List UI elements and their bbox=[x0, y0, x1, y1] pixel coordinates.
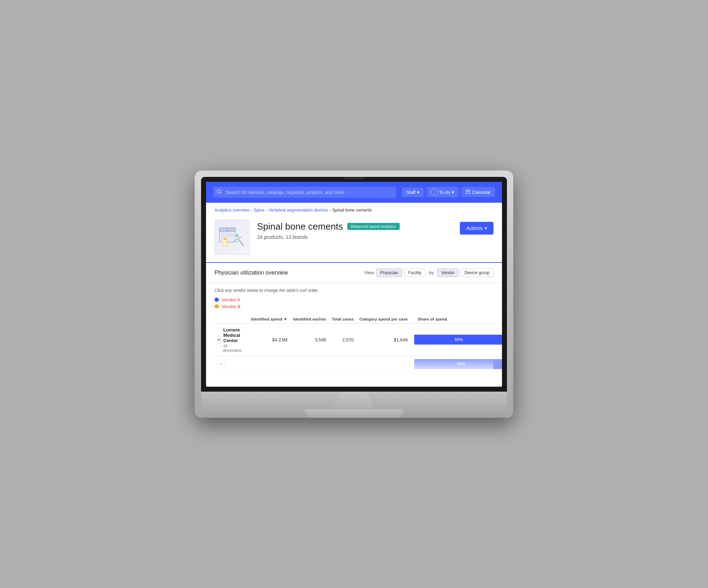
calendar-button[interactable]: Calendar bbox=[462, 187, 495, 197]
facility-name-1: Lumere Medical Center bbox=[223, 327, 246, 343]
utilization-header: Physician utilization overview View Phys… bbox=[206, 263, 502, 283]
view-vendor-button[interactable]: Vendor bbox=[437, 269, 458, 277]
product-header: Rx bbox=[206, 216, 502, 263]
breadcrumb-analytics[interactable]: Analytics overview bbox=[215, 208, 250, 213]
spend-bar-a-2: 95% bbox=[414, 359, 502, 369]
col-cases: Total cases bbox=[329, 315, 356, 324]
eaches-cell-2 bbox=[290, 356, 329, 372]
svg-rect-12 bbox=[223, 239, 227, 246]
vendor-a-dot bbox=[215, 298, 219, 302]
staff-button[interactable]: Staff ▾ bbox=[402, 188, 424, 197]
breadcrumb-area: Analytics overview › Spine › Vertebral a… bbox=[206, 203, 502, 216]
svg-point-11 bbox=[236, 234, 238, 237]
chevron-right-icon: ▸ bbox=[220, 362, 222, 366]
view-controls: View Physician Facility by Vendor Device… bbox=[364, 269, 493, 277]
table-section: Click any vendor below to change the tab… bbox=[206, 283, 502, 377]
breadcrumb: Analytics overview › Spine › Vertebral a… bbox=[215, 208, 493, 213]
product-title: Spinal bone cements bbox=[257, 221, 343, 232]
col-spend[interactable]: Identified spend ▼ bbox=[248, 315, 290, 324]
vendor-a-name: Vendor A bbox=[222, 297, 240, 302]
staff-chevron-icon: ▾ bbox=[417, 190, 419, 195]
view-device-group-button[interactable]: Device group bbox=[461, 269, 493, 277]
calendar-label: Calendar bbox=[472, 190, 491, 195]
table-row-partial: ▸ bbox=[215, 356, 502, 372]
advanced-spend-analytics-badge[interactable]: Advanced spend analytics bbox=[347, 223, 400, 230]
actions-button[interactable]: Actions ▾ bbox=[460, 222, 493, 235]
svg-text:Rx: Rx bbox=[226, 229, 229, 231]
product-subtitle: 24 products, 13 brands bbox=[257, 234, 493, 240]
expand-row-button[interactable]: ▾ bbox=[217, 336, 221, 344]
view-physician-button[interactable]: Physician bbox=[376, 269, 402, 277]
facility-cell-2: ▸ bbox=[215, 356, 248, 372]
data-table: Identified spend ▼ Identified eaches Tot… bbox=[215, 315, 502, 372]
share-cell-2: 95% bbox=[411, 356, 502, 372]
spend-bar-a-label-2: 95% bbox=[457, 362, 466, 367]
col-eaches: Identified eaches bbox=[290, 315, 329, 324]
spend-bar-a-1: 90% bbox=[414, 335, 502, 345]
table-header-row: Identified spend ▼ Identified eaches Tot… bbox=[215, 315, 502, 324]
svg-point-0 bbox=[217, 190, 221, 193]
eaches-cell-1: 3,596 bbox=[290, 323, 329, 356]
spend-bar-2: 95% bbox=[414, 359, 502, 369]
view-facility-button[interactable]: Facility bbox=[404, 269, 425, 277]
table-row: ▾ Lumere Medical Center 43 physicians bbox=[215, 323, 502, 356]
app-header: Staff ▾ 0 To-do ▾ bbox=[206, 182, 502, 203]
vendor-b-name: Vendor B bbox=[222, 304, 241, 309]
breadcrumb-sep-1: › bbox=[251, 208, 252, 212]
search-icon bbox=[217, 189, 222, 195]
todo-badge: 0 bbox=[431, 189, 438, 195]
actions-label: Actions bbox=[466, 225, 483, 231]
vendor-a-item[interactable]: Vendor A bbox=[215, 297, 493, 302]
product-title-row: Spinal bone cements Advanced spend analy… bbox=[257, 221, 493, 232]
product-image: Rx bbox=[215, 220, 250, 255]
table-hint: Click any vendor below to change the tab… bbox=[215, 288, 493, 293]
facility-cell-1: ▾ Lumere Medical Center 43 physicians bbox=[215, 323, 248, 356]
facility-text-1: Lumere Medical Center 43 physicians bbox=[223, 327, 246, 352]
facility-sub-1: 43 physicians bbox=[223, 344, 246, 352]
chevron-down-icon: ▾ bbox=[218, 338, 220, 342]
svg-point-17 bbox=[239, 236, 241, 238]
spend-cell-2 bbox=[248, 356, 290, 372]
stand-base bbox=[304, 409, 404, 418]
monitor-stand bbox=[201, 392, 507, 418]
spend-bar-a-label-1: 90% bbox=[455, 337, 463, 342]
todo-label: To-do bbox=[439, 190, 451, 195]
breadcrumb-vertebral[interactable]: Vertebral augmentation devices bbox=[269, 208, 328, 213]
view-label: View bbox=[364, 270, 374, 275]
breadcrumb-current: Spinal bone cements bbox=[332, 208, 372, 213]
search-wrapper bbox=[213, 187, 396, 198]
todo-button[interactable]: 0 To-do ▾ bbox=[427, 187, 459, 197]
breadcrumb-sep-3: › bbox=[330, 208, 331, 212]
calendar-icon bbox=[466, 189, 470, 195]
todo-chevron-icon: ▾ bbox=[452, 190, 454, 195]
cases-cell-1: 2,570 bbox=[329, 323, 356, 356]
share-cell-1: 90% 10% bbox=[411, 323, 502, 356]
header-divider-2 bbox=[460, 188, 460, 196]
utilization-section: Physician utilization overview View Phys… bbox=[206, 263, 502, 377]
stand-neck bbox=[333, 392, 375, 409]
category-cell-1: $1,646 bbox=[356, 323, 411, 356]
vendor-b-dot bbox=[215, 304, 219, 309]
search-input[interactable] bbox=[213, 187, 396, 198]
staff-label: Staff bbox=[406, 190, 416, 195]
svg-rect-13 bbox=[224, 238, 226, 240]
vendors-legend: Vendor A Vendor B bbox=[215, 297, 493, 309]
svg-rect-2 bbox=[467, 190, 470, 194]
actions-chevron-icon: ▾ bbox=[485, 225, 487, 231]
expand-row-button-2[interactable]: ▸ bbox=[217, 360, 225, 368]
col-share: Share of spend bbox=[411, 315, 502, 324]
page-content: Analytics overview › Spine › Vertebral a… bbox=[206, 203, 502, 387]
vendor-b-item[interactable]: Vendor B bbox=[215, 304, 493, 309]
product-image-placeholder: Rx bbox=[215, 220, 250, 255]
table-container: Identified spend ▼ Identified eaches Tot… bbox=[215, 315, 493, 372]
cases-cell-2 bbox=[329, 356, 356, 372]
col-category: Category spend per case bbox=[356, 315, 411, 324]
breadcrumb-spine[interactable]: Spine bbox=[253, 208, 264, 213]
spend-cell-1: $4.23M bbox=[248, 323, 290, 356]
col-facility bbox=[215, 315, 248, 324]
header-divider-1 bbox=[425, 188, 426, 196]
by-label: by bbox=[428, 270, 435, 275]
breadcrumb-sep-2: › bbox=[266, 208, 267, 212]
svg-line-1 bbox=[220, 192, 221, 194]
category-cell-2 bbox=[356, 356, 411, 372]
